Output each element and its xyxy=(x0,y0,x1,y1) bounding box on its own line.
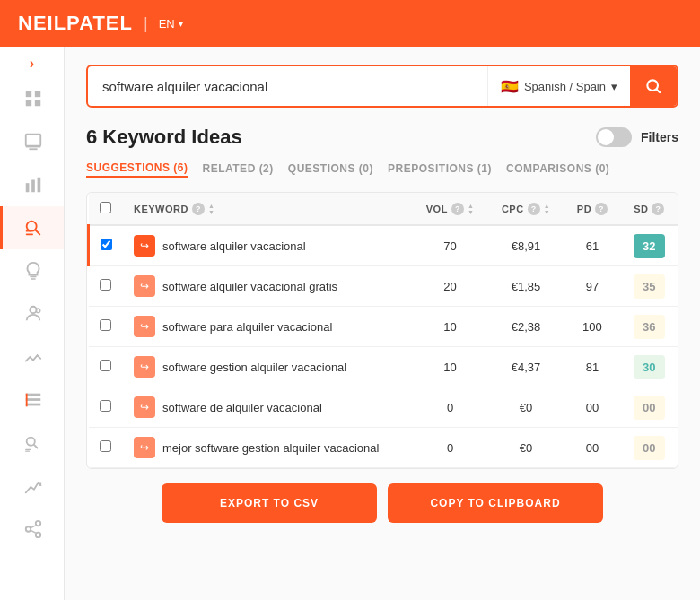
row-checkbox-5[interactable] xyxy=(100,440,111,452)
svg-point-11 xyxy=(30,307,36,313)
language-selector[interactable]: EN ▾ xyxy=(159,17,183,30)
language-selector-dropdown[interactable]: 🇪🇸 Spanish / Spain ▾ xyxy=(487,66,630,106)
lang-label: EN xyxy=(159,17,175,30)
copy-clipboard-button[interactable]: COPY TO CLIPBOARD xyxy=(388,483,603,523)
vol-cell: 0 xyxy=(412,428,487,468)
vol-cell: 10 xyxy=(412,307,487,347)
sidebar-item-bar-chart[interactable] xyxy=(0,163,64,206)
row-checkbox-0[interactable] xyxy=(101,239,112,250)
sidebar-collapse-button[interactable]: › xyxy=(30,56,34,72)
svg-point-19 xyxy=(26,526,31,532)
row-checkbox-3[interactable] xyxy=(100,360,111,371)
chevron-down-icon: ▾ xyxy=(179,19,183,29)
table-row: ↪software gestion alquiler vacacional10€… xyxy=(89,347,678,387)
tab-prepositions[interactable]: PREPOSITIONS (1) xyxy=(388,162,492,177)
keyword-arrow-icon[interactable]: ↪ xyxy=(134,316,155,337)
sidebar-item-list[interactable] xyxy=(0,378,64,422)
sd-badge: 00 xyxy=(634,436,664,460)
row-checkbox-4[interactable] xyxy=(100,400,111,412)
chevron-down-icon: ▾ xyxy=(611,80,617,93)
search-bar: 🇪🇸 Spanish / Spain ▾ xyxy=(86,65,678,108)
keyword-arrow-icon[interactable]: ↪ xyxy=(134,396,155,418)
keyword-cell: ↪mejor software gestion alquiler vacacio… xyxy=(123,428,412,468)
row-checkbox-1[interactable] xyxy=(100,279,111,291)
sd-cell: 00 xyxy=(621,387,678,428)
table-row: ↪software para alquiler vacacional10€2,3… xyxy=(89,307,678,347)
row-checkbox-2[interactable] xyxy=(100,319,111,331)
user-icon xyxy=(23,304,43,324)
sidebar-item-bulb[interactable] xyxy=(0,249,64,292)
sd-info-icon[interactable]: ? xyxy=(652,203,664,215)
tab-questions[interactable]: QUESTIONS (0) xyxy=(288,162,373,177)
sidebar-item-chart[interactable] xyxy=(0,120,64,163)
filters-area: Filters xyxy=(596,127,678,147)
keyword-arrow-icon[interactable]: ↪ xyxy=(134,437,155,458)
vol-cell: 0 xyxy=(412,387,487,428)
sd-badge: 32 xyxy=(634,234,664,258)
sidebar-item-search-list[interactable] xyxy=(0,422,64,465)
pd-info-icon[interactable]: ? xyxy=(595,203,608,215)
table-row: ↪software alquiler vacacional gratis20€1… xyxy=(89,266,678,307)
tab-suggestions[interactable]: SUGGESTIONS (6) xyxy=(86,161,188,178)
cpc-sort-icon[interactable]: ▲▼ xyxy=(544,203,550,215)
select-all-checkbox[interactable] xyxy=(100,202,111,213)
sidebar-item-user[interactable] xyxy=(0,292,64,335)
vol-info-icon[interactable]: ? xyxy=(451,203,464,215)
cpc-cell: €0 xyxy=(488,428,564,468)
keywords-icon xyxy=(23,218,43,238)
pd-cell: 97 xyxy=(564,266,620,307)
svg-rect-9 xyxy=(30,276,36,278)
keyword-arrow-icon[interactable]: ↪ xyxy=(134,356,155,378)
keyword-info-icon[interactable]: ? xyxy=(192,203,205,215)
svg-rect-2 xyxy=(26,100,31,106)
table-row: ↪software alquiler vacacional70€8,916132 xyxy=(89,225,678,266)
keyword-cell: ↪software gestion alquiler vacacional xyxy=(123,347,412,387)
main-content: 🇪🇸 Spanish / Spain ▾ 6 Keyword Ideas Fil… xyxy=(65,47,700,600)
svg-rect-1 xyxy=(35,91,40,97)
cpc-cell: €1,85 xyxy=(488,266,564,307)
toggle-switch[interactable] xyxy=(596,127,632,147)
vol-sort-icon[interactable]: ▲▼ xyxy=(468,203,474,215)
keyword-cell: ↪software alquiler vacacional xyxy=(123,225,412,266)
svg-rect-10 xyxy=(31,278,36,279)
logo: NEILPATEL xyxy=(18,12,133,35)
keywords-title: 6 Keyword Ideas xyxy=(86,126,242,149)
pd-cell: 61 xyxy=(564,225,620,266)
sidebar-item-analytics[interactable] xyxy=(0,335,64,378)
sidebar-item-trend[interactable] xyxy=(0,465,64,508)
th-checkbox xyxy=(89,193,124,225)
pd-cell: 81 xyxy=(564,347,620,387)
keyword-arrow-icon[interactable]: ↪ xyxy=(134,235,155,257)
keyword-sort-icon[interactable]: ▲▼ xyxy=(208,203,214,215)
keyword-text: software de alquiler vacacional xyxy=(162,401,322,414)
keywords-header: 6 Keyword Ideas Filters xyxy=(86,126,678,149)
trend-icon xyxy=(23,476,43,496)
svg-rect-0 xyxy=(26,91,31,97)
cpc-info-icon[interactable]: ? xyxy=(528,203,540,215)
cpc-cell: €4,37 xyxy=(488,347,564,387)
keyword-tabs: SUGGESTIONS (6) RELATED (2) QUESTIONS (0… xyxy=(86,161,678,178)
sidebar-item-keywords[interactable] xyxy=(0,206,64,249)
sidebar-item-grid[interactable] xyxy=(0,77,64,120)
svg-rect-16 xyxy=(26,394,28,407)
svg-point-18 xyxy=(36,521,41,526)
table-row: ↪software de alquiler vacacional0€00000 xyxy=(89,387,678,428)
filters-button[interactable]: Filters xyxy=(641,130,678,144)
sd-cell: 00 xyxy=(621,428,678,468)
svg-point-8 xyxy=(27,222,37,231)
bulb-icon xyxy=(23,261,43,281)
search-button[interactable] xyxy=(630,66,677,106)
tab-related[interactable]: RELATED (2) xyxy=(203,162,274,177)
svg-point-12 xyxy=(36,309,40,313)
sidebar-item-share[interactable] xyxy=(0,508,64,551)
search-input[interactable] xyxy=(88,79,487,94)
sd-badge: 30 xyxy=(634,355,664,379)
header-divider: | xyxy=(144,14,148,33)
export-csv-button[interactable]: EXPORT TO CSV xyxy=(162,483,377,523)
grid-icon xyxy=(23,89,43,109)
pd-cell: 00 xyxy=(564,387,620,428)
keyword-arrow-icon[interactable]: ↪ xyxy=(134,275,155,297)
header: NEILPATEL | EN ▾ xyxy=(0,0,700,47)
tab-comparisons[interactable]: COMPARISONS (0) xyxy=(506,162,609,177)
th-keyword: KEYWORD ? ▲▼ xyxy=(123,193,412,225)
